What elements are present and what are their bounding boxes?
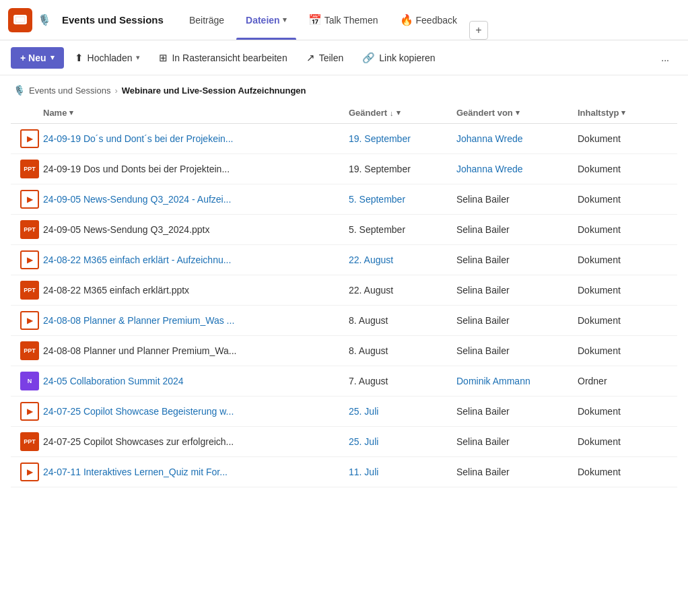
file-date[interactable]: 25. Juli bbox=[349, 436, 378, 447]
file-changed-by: Selina Bailer bbox=[456, 285, 578, 296]
col-header-changed[interactable]: Geändert ↓ ▾ bbox=[349, 108, 456, 118]
file-content-type: Dokument bbox=[578, 467, 672, 477]
file-icon-cell: PPT bbox=[16, 341, 43, 360]
file-date: 8. August bbox=[349, 315, 388, 326]
file-changed-by: Johanna Wrede bbox=[456, 133, 578, 144]
file-name-link[interactable]: 24-09-05 News-Sendung Q3_2024 - Aufzei..… bbox=[43, 194, 231, 205]
share-button[interactable]: ↗ Teilen bbox=[298, 46, 352, 69]
file-author: Selina Bailer bbox=[456, 224, 510, 235]
file-changed: 11. Juli bbox=[349, 467, 456, 477]
breadcrumb: 🎙️ Events und Sessions › Webinare und Li… bbox=[0, 75, 688, 102]
sort-down-icon: ↓ bbox=[390, 109, 394, 117]
table-row[interactable]: ▶ 24-08-22 M365 einfach erklärt - Aufzei… bbox=[11, 245, 677, 275]
upload-button[interactable]: ⬆ Hochladen ▾ bbox=[67, 46, 149, 69]
new-button[interactable]: + Neu ▾ bbox=[11, 47, 64, 69]
file-changed: 25. Juli bbox=[349, 406, 456, 417]
table-row[interactable]: ▶ 24-08-08 Planner & Planner Premium_Was… bbox=[11, 306, 677, 336]
file-date[interactable]: 11. Juli bbox=[349, 467, 378, 477]
file-changed-by: Selina Bailer bbox=[456, 194, 578, 205]
mic-icon: 🎙️ bbox=[38, 13, 51, 26]
file-author: Selina Bailer bbox=[456, 315, 510, 326]
add-tab-button[interactable]: + bbox=[469, 21, 488, 40]
file-author[interactable]: Johanna Wrede bbox=[456, 133, 523, 144]
file-name: 24-08-22 M365 einfach erklärt - Aufzeich… bbox=[43, 254, 349, 265]
file-date[interactable]: 19. September bbox=[349, 133, 411, 144]
file-icon-cell: ▶ bbox=[16, 190, 43, 209]
copy-link-button[interactable]: 🔗 Link kopieren bbox=[354, 46, 443, 69]
file-type-icon: PPT bbox=[20, 432, 39, 451]
file-icon-cell: PPT bbox=[16, 432, 43, 451]
file-icon-cell: ▶ bbox=[16, 463, 43, 481]
file-name: 24-09-05 News-Sendung Q3_2024 - Aufzei..… bbox=[43, 194, 349, 205]
file-author: Selina Bailer bbox=[456, 254, 510, 265]
file-type-icon: ▶ bbox=[20, 190, 39, 209]
sort-filter-icon: ▾ bbox=[621, 108, 625, 117]
file-author: Selina Bailer bbox=[456, 406, 510, 417]
sort-filter-icon: ▾ bbox=[516, 108, 520, 117]
file-date[interactable]: 22. August bbox=[349, 254, 393, 265]
share-icon: ↗ bbox=[306, 52, 315, 64]
file-name: 24-07-25 Copilot Showcase Begeisterung w… bbox=[43, 406, 349, 417]
file-author[interactable]: Dominik Ammann bbox=[456, 376, 530, 386]
link-icon: 🔗 bbox=[362, 52, 375, 64]
tab-talk-themen[interactable]: 📅 Talk Themen bbox=[299, 0, 388, 40]
file-name-link[interactable]: 24-07-25 Copilot Showcase Begeisterung w… bbox=[43, 406, 234, 417]
file-type-icon: N bbox=[20, 372, 39, 390]
col-header-changed-by[interactable]: Geändert von ▾ bbox=[456, 108, 578, 118]
table-row[interactable]: PPT 24-07-25 Copilot Showcases zur erfol… bbox=[11, 427, 677, 457]
tab-dateien[interactable]: Dateien ▾ bbox=[236, 0, 296, 40]
grid-view-button[interactable]: ⊞ In Rasteransicht bearbeiten bbox=[151, 46, 295, 69]
file-author: Selina Bailer bbox=[456, 194, 510, 205]
app-icon bbox=[8, 8, 32, 32]
file-content-type: Dokument bbox=[578, 164, 672, 174]
toolbar: + Neu ▾ ⬆ Hochladen ▾ ⊞ In Rasteransicht… bbox=[0, 40, 688, 75]
breadcrumb-root[interactable]: Events und Sessions bbox=[29, 85, 110, 96]
file-changed-by: Selina Bailer bbox=[456, 345, 578, 356]
file-icon-cell: ▶ bbox=[16, 402, 43, 421]
file-changed-by: Dominik Ammann bbox=[456, 376, 578, 386]
file-type-icon: PPT bbox=[20, 160, 39, 178]
file-changed: 5. September bbox=[349, 224, 456, 235]
col-header-content-type[interactable]: Inhaltstyp ▾ bbox=[578, 108, 672, 118]
file-name: 24-09-19 Do´s und Dont´s bei der Projeke… bbox=[43, 133, 349, 144]
file-type-icon: PPT bbox=[20, 341, 39, 360]
breadcrumb-icon: 🎙️ bbox=[13, 85, 25, 96]
tab-beitraege[interactable]: Beiträge bbox=[180, 0, 234, 40]
file-name: 24-05 Collaboration Summit 2024 bbox=[43, 376, 349, 386]
file-content-type: Dokument bbox=[578, 345, 672, 356]
file-content-type: Dokument bbox=[578, 194, 672, 205]
file-changed: 7. August bbox=[349, 376, 456, 386]
table-row[interactable]: ▶ 24-07-25 Copilot Showcase Begeisterung… bbox=[11, 397, 677, 427]
table-row[interactable]: PPT 24-08-22 M365 einfach erklärt.pptx 2… bbox=[11, 275, 677, 306]
file-author[interactable]: Johanna Wrede bbox=[456, 164, 523, 174]
table-row[interactable]: ▶ 24-09-05 News-Sendung Q3_2024 - Aufzei… bbox=[11, 184, 677, 215]
col-header-name[interactable]: Name ▾ bbox=[43, 108, 349, 118]
file-changed: 22. August bbox=[349, 285, 456, 296]
file-date[interactable]: 5. September bbox=[349, 194, 405, 205]
table-row[interactable]: PPT 24-09-19 Dos und Donts bei der Proje… bbox=[11, 154, 677, 184]
file-name-link[interactable]: 24-05 Collaboration Summit 2024 bbox=[43, 376, 184, 386]
file-content-type: Dokument bbox=[578, 254, 672, 265]
more-button[interactable]: ... bbox=[653, 47, 677, 69]
file-name-text: 24-08-08 Planner und Planner Premium_Wa.… bbox=[43, 345, 236, 356]
table-row[interactable]: PPT 24-09-05 News-Sendung Q3_2024.pptx 5… bbox=[11, 215, 677, 245]
file-name-link[interactable]: 24-08-22 M365 einfach erklärt - Aufzeich… bbox=[43, 254, 231, 265]
file-content-type: Dokument bbox=[578, 406, 672, 417]
file-changed-by: Selina Bailer bbox=[456, 315, 578, 326]
table-row[interactable]: ▶ 24-09-19 Do´s und Dont´s bei der Proje… bbox=[11, 124, 677, 154]
breadcrumb-current: Webinare und Live-Session Aufzeichnungen bbox=[122, 85, 306, 96]
file-name-link[interactable]: 24-08-08 Planner & Planner Premium_Was .… bbox=[43, 315, 234, 326]
tab-feedback[interactable]: 🔥 Feedback bbox=[390, 0, 467, 40]
file-author: Selina Bailer bbox=[456, 436, 510, 447]
file-type-icon: PPT bbox=[20, 220, 39, 239]
file-name-link[interactable]: 24-07-11 Interaktives Lernen_Quiz mit Fo… bbox=[43, 467, 228, 477]
file-name: 24-09-19 Dos und Donts bei der Projektei… bbox=[43, 164, 349, 174]
file-name-link[interactable]: 24-09-19 Do´s und Dont´s bei der Projeke… bbox=[43, 133, 233, 144]
chevron-down-icon: ▾ bbox=[283, 15, 287, 24]
table-row[interactable]: ▶ 24-07-11 Interaktives Lernen_Quiz mit … bbox=[11, 457, 677, 487]
file-date[interactable]: 25. Juli bbox=[349, 406, 378, 417]
table-row[interactable]: N 24-05 Collaboration Summit 2024 7. Aug… bbox=[11, 366, 677, 397]
table-row[interactable]: PPT 24-08-08 Planner und Planner Premium… bbox=[11, 336, 677, 366]
svg-rect-3 bbox=[16, 17, 25, 22]
file-changed: 8. August bbox=[349, 345, 456, 356]
